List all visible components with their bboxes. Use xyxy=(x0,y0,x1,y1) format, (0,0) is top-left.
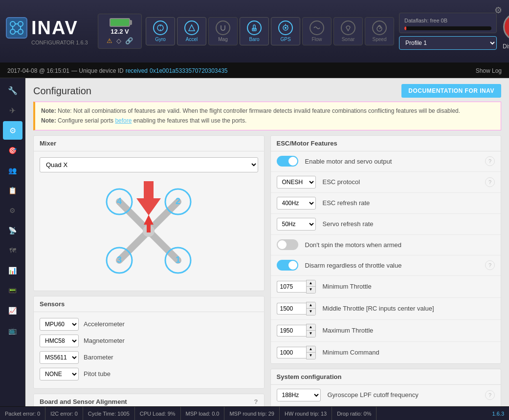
accelerometer-select[interactable]: MPU60 xyxy=(40,318,79,331)
sidebar-item-logging[interactable]: 📊 xyxy=(3,261,22,280)
sidebar-item-config[interactable]: ⚙ xyxy=(3,121,22,140)
max-throttle-label: Maximum Throttle xyxy=(323,327,495,334)
svg-point-3 xyxy=(18,29,23,34)
min-command-up[interactable]: ▲ xyxy=(307,346,315,353)
disarm-row: Disarm regardless of throttle value ? xyxy=(271,255,501,276)
page-title: Configuration xyxy=(33,85,91,97)
max-throttle-row: ▲ ▼ Maximum Throttle xyxy=(271,320,501,342)
magnetometer-select[interactable]: HMC58 xyxy=(40,335,79,347)
two-col-layout: Mixer Quad X xyxy=(25,135,509,406)
board-alignment-panel: Board and Sensor Alignment ? ↑ Roll Degr… xyxy=(33,394,265,406)
gyro-lpf-help[interactable]: ? xyxy=(485,390,495,400)
mixer-type-select[interactable]: Quad X xyxy=(40,157,258,172)
motor-help[interactable]: ? xyxy=(485,156,495,166)
sidebar-item-calib[interactable]: ✈ xyxy=(3,101,22,120)
esc-refresh-select[interactable]: 400Hz xyxy=(277,197,316,210)
max-throttle-down[interactable]: ▼ xyxy=(307,331,315,337)
sonar-sensor-btn[interactable]: Sonar xyxy=(333,17,363,45)
mag-sensor-btn[interactable]: Mag xyxy=(208,17,238,45)
svg-text:1: 1 xyxy=(176,255,180,265)
bottom-bar: Packet error: 0 I2C error: 0 Cycle Time:… xyxy=(0,406,509,420)
esc-protocol-select[interactable]: ONESH xyxy=(277,176,316,189)
mid-throttle-up[interactable]: ▲ xyxy=(307,302,315,309)
svg-line-21 xyxy=(149,202,178,231)
accelerometer-label: Accelerometer xyxy=(84,320,125,328)
barometer-select[interactable]: MS5611 xyxy=(40,351,79,364)
min-command-down[interactable]: ▼ xyxy=(307,353,315,359)
svg-rect-11 xyxy=(253,25,255,30)
esc-protocol-help[interactable]: ? xyxy=(485,177,495,187)
svg-text:3: 3 xyxy=(117,255,122,265)
max-throttle-up[interactable]: ▲ xyxy=(307,324,315,331)
disconnect-label: Disconnect xyxy=(503,43,509,50)
svg-line-23 xyxy=(149,231,178,260)
timestamp: 2017-04-08 @ 16:15:01 xyxy=(7,67,69,74)
no-spin-row: Don't spin the motors when armed xyxy=(271,235,501,255)
profile-select[interactable]: Profile 1 xyxy=(399,36,497,50)
sidebar-item-osd[interactable]: 📟 xyxy=(3,281,22,300)
mixer-panel: Mixer Quad X xyxy=(33,135,265,291)
min-command-input[interactable] xyxy=(277,347,306,358)
doc-button[interactable]: DOCUMENTATION FOR INAV xyxy=(401,84,501,98)
esc-refresh-row: 400Hz ESC refresh rate xyxy=(271,193,501,214)
servo-refresh-row: 50Hz Servo refresh rate xyxy=(271,214,501,235)
flow-sensor-btn[interactable]: Flow xyxy=(302,17,332,45)
sidebar-item-motors[interactable]: ⚙ xyxy=(3,201,22,220)
accel-label: Accel xyxy=(186,37,198,42)
mid-throttle-row: ▲ ▼ Middle Throttle [RC inputs center va… xyxy=(271,298,501,320)
gyro-sensor-btn[interactable]: Gyro xyxy=(146,17,175,45)
sidebar-item-pid[interactable]: 🎯 xyxy=(3,141,22,160)
right-controls: Dataflash: free 0B Profile 1 xyxy=(399,13,497,50)
min-throttle-up[interactable]: ▲ xyxy=(307,280,315,287)
baro-sensor-btn[interactable]: Baro xyxy=(240,17,269,45)
dataflash-label: Dataflash: free 0B xyxy=(404,18,447,23)
gps-label: GPS xyxy=(280,37,290,42)
max-throttle-input[interactable] xyxy=(277,325,306,336)
disarm-help[interactable]: ? xyxy=(485,260,495,270)
mid-throttle-input[interactable] xyxy=(277,303,306,315)
gyro-lpf-select[interactable]: 188Hz xyxy=(277,389,321,401)
note1-text: Note: Not all combinations of features a… xyxy=(58,107,460,114)
disarm-toggle[interactable] xyxy=(277,260,298,271)
min-throttle-input[interactable] xyxy=(277,281,306,293)
gear-icon[interactable]: ⚙ xyxy=(494,5,502,16)
gps-sensor-btn[interactable]: GPS xyxy=(271,17,300,45)
logo-icon xyxy=(6,17,27,39)
svg-line-20 xyxy=(119,202,149,231)
pitot-select[interactable]: NONE xyxy=(40,368,79,380)
servo-refresh-select[interactable]: 50Hz xyxy=(277,218,316,231)
accel-sensor-btn[interactable]: Accel xyxy=(177,17,206,45)
gyro-label: Gyro xyxy=(155,37,166,42)
no-spin-label: Don't spin the motors when armed xyxy=(305,241,495,249)
motor-toggle[interactable] xyxy=(277,156,298,167)
sidebar-item-modes[interactable]: 📋 xyxy=(3,181,22,200)
logo-area: INAV CONFIGURATOR 1.6.3 xyxy=(6,17,89,45)
sidebar-item-blackbox[interactable]: 📈 xyxy=(3,301,22,320)
received-text: received xyxy=(126,67,148,74)
disconnect-button[interactable]: Disconnect xyxy=(503,13,509,50)
sidebar-item-receiver[interactable]: 👥 xyxy=(3,161,22,180)
drop-ratio: Drop ratio: 0% xyxy=(332,407,376,420)
show-log-btn[interactable]: Show Log xyxy=(476,67,502,74)
sidebar-item-mission[interactable]: 🗺 xyxy=(3,241,22,260)
mid-throttle-down[interactable]: ▼ xyxy=(307,309,315,315)
i2c-error: I2C error: 0 xyxy=(45,407,83,420)
servo-refresh-label: Servo refresh rate xyxy=(323,220,495,228)
hw-round-trip: HW round trip: 13 xyxy=(280,407,332,420)
speed-sensor-btn[interactable]: Speed xyxy=(365,17,394,45)
board-alignment-header: Board and Sensor Alignment ? xyxy=(34,394,264,406)
mixer-diagram: 4 2 3 1 xyxy=(40,177,258,285)
sidebar-item-display[interactable]: 📺 xyxy=(3,321,22,340)
note-box: Note: Note: Not all combinations of feat… xyxy=(33,102,501,130)
quad-diagram: 4 2 3 1 xyxy=(97,180,200,282)
no-spin-toggle[interactable] xyxy=(277,239,298,250)
mid-throttle-label: Middle Throttle [RC inputs center value] xyxy=(323,305,495,312)
min-throttle-down[interactable]: ▼ xyxy=(307,287,315,293)
min-command-label: Minimum Command xyxy=(323,349,495,356)
sensors-panel: Sensors MPU60 Accelerometer HMC58 Magnet… xyxy=(33,296,265,389)
sidebar-item-gps[interactable]: 📡 xyxy=(3,221,22,240)
board-alignment-help[interactable]: ? xyxy=(254,398,258,405)
sidebar-item-setup[interactable]: 🔧 xyxy=(3,81,22,100)
sidebar: 🔧 ✈ ⚙ 🎯 👥 📋 ⚙ 📡 🗺 📊 📟 📈 📺 xyxy=(0,78,25,406)
esc-features-header: ESC/Motor Features xyxy=(271,136,501,151)
